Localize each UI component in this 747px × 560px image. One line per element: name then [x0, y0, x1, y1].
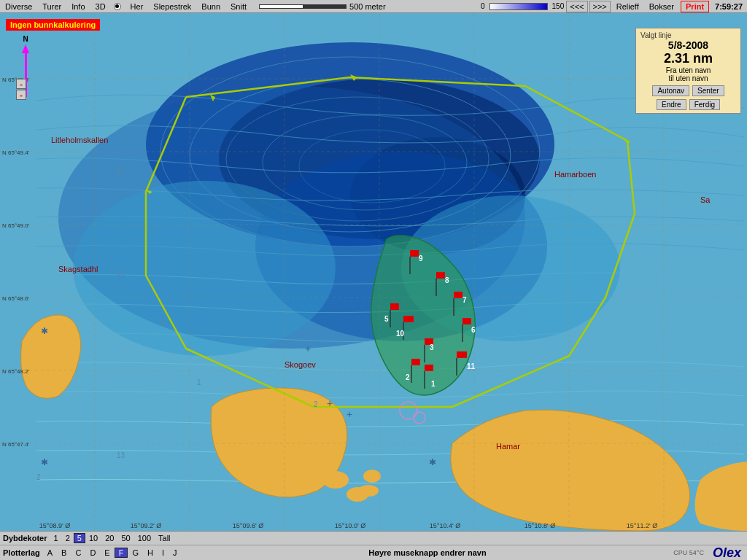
menu-bunn[interactable]: Bunn [196, 1, 225, 12]
svg-text:11: 11 [117, 269, 125, 277]
svg-text:N 65°47.4': N 65°47.4' [2, 441, 30, 448]
radio-button[interactable] [114, 3, 121, 10]
menu-3d[interactable]: 3D [90, 1, 111, 12]
plot-i[interactable]: I [158, 548, 169, 558]
svg-text:N 65°49.4': N 65°49.4' [2, 149, 30, 156]
info-from: Fra uten navn [640, 66, 736, 74]
svg-text:1: 1 [197, 378, 201, 386]
plot-d[interactable]: D [85, 548, 100, 558]
radio-group [111, 3, 125, 10]
zoom-minus-top[interactable]: - [16, 79, 26, 89]
svg-text:15°09.6' Ø: 15°09.6' Ø [233, 522, 263, 529]
plot-h[interactable]: H [143, 548, 158, 558]
svg-rect-68 [410, 250, 419, 257]
svg-rect-80 [403, 316, 414, 322]
svg-text:15°10.4' Ø: 15°10.4' Ø [430, 522, 460, 529]
scale-bar: 500 meter [252, 2, 479, 11]
menu-slepestrek[interactable]: Slepestrek [148, 1, 196, 12]
nav-left-btn[interactable]: <<< [566, 1, 587, 12]
svg-text:11: 11 [467, 362, 476, 370]
svg-rect-89 [411, 359, 420, 365]
depth-20[interactable]: 20 [101, 533, 117, 543]
top-menu-bar: Diverse Turer Info 3D Her Slepestrek Bun… [0, 0, 747, 13]
depth-row: Dybdekoter 1 2 5 10 20 50 100 Tall [0, 532, 747, 545]
depth-bar [489, 3, 548, 10]
olex-logo: Olex [710, 545, 744, 561]
svg-text:7: 7 [462, 296, 467, 304]
menu-bokser[interactable]: Bokser [644, 1, 679, 12]
svg-text:8: 8 [445, 276, 449, 284]
svg-text:+: + [347, 408, 352, 420]
svg-text:1: 1 [431, 380, 436, 388]
depth-1[interactable]: 1 [50, 533, 62, 543]
svg-text:Sa: Sa [700, 195, 711, 204]
autonav-button[interactable]: Autonav [652, 85, 689, 96]
svg-text:N 65°49.0': N 65°49.0' [2, 222, 30, 229]
nav-right-btn[interactable]: >>> [589, 1, 611, 12]
svg-text:15°10.8' Ø: 15°10.8' Ø [525, 522, 555, 529]
depth-min: 0 [479, 2, 487, 10]
svg-text:Hamarboen: Hamarboen [554, 170, 596, 179]
menu-diverse[interactable]: Diverse [0, 1, 37, 12]
depth-gradient [489, 3, 548, 10]
svg-rect-77 [390, 303, 399, 310]
plot-a[interactable]: A [43, 548, 57, 558]
plot-e[interactable]: E [100, 548, 114, 558]
ferdig-button[interactable]: Ferdig [689, 99, 720, 110]
info-date: 5/8-2008 [640, 39, 736, 51]
depth-10[interactable]: 10 [85, 533, 101, 543]
svg-text:15°09.2' Ø: 15°09.2' Ø [131, 522, 161, 529]
svg-text:2: 2 [314, 400, 318, 408]
depth-tall[interactable]: Tall [155, 533, 174, 543]
svg-text:Litleholmskallen: Litleholmskallen [51, 136, 108, 144]
menu-snitt[interactable]: Snitt [225, 1, 252, 12]
depth-50[interactable]: 50 [117, 533, 133, 543]
plot-f[interactable]: F [115, 548, 128, 558]
menu-her[interactable]: Her [125, 1, 149, 12]
svg-text:+: + [305, 343, 311, 354]
svg-text:20: 20 [117, 167, 125, 175]
plot-g[interactable]: G [128, 548, 143, 558]
scale-line [259, 4, 347, 9]
senter-button[interactable]: Senter [692, 85, 724, 96]
svg-text:6: 6 [471, 326, 476, 334]
svg-text:2: 2 [406, 373, 410, 381]
svg-text:15°10.0' Ø: 15°10.0' Ø [335, 522, 365, 529]
plot-c[interactable]: C [71, 548, 85, 558]
plot-j[interactable]: J [169, 548, 182, 558]
svg-text:Hamar: Hamar [496, 442, 520, 451]
endre-button[interactable]: Endre [657, 99, 686, 110]
svg-text:Skogoev: Skogoev [285, 360, 316, 369]
svg-text:✱: ✱ [41, 326, 48, 336]
svg-text:5: 5 [384, 315, 389, 323]
depth-2[interactable]: 2 [62, 533, 74, 543]
menu-info[interactable]: Info [66, 1, 90, 12]
svg-text:15°08.9' Ø: 15°08.9' Ø [39, 522, 70, 529]
svg-text:N 65°48.2': N 65°48.2' [2, 368, 30, 375]
plot-b[interactable]: B [57, 548, 71, 558]
info-distance: 2.31 nm [640, 51, 736, 66]
menu-relieff[interactable]: Relieff [611, 1, 644, 12]
dybdekoter-label: Dybdekoter [3, 534, 47, 542]
info-panel: Valgt linje 5/8-2008 2.31 nm Fra uten na… [635, 28, 741, 114]
svg-rect-74 [454, 292, 462, 298]
print-button[interactable]: Print [681, 1, 709, 12]
depth-5[interactable]: 5 [74, 533, 85, 543]
svg-rect-95 [457, 351, 467, 358]
svg-rect-92 [425, 365, 433, 371]
svg-point-16 [358, 485, 379, 497]
svg-text:N 65°48.6': N 65°48.6' [2, 295, 30, 302]
plot-row: Plotterlag A B C D E F G H I J Høyre mus… [0, 545, 747, 560]
zoom-minus-bottom[interactable]: - [16, 90, 26, 100]
plotterlag-label: Plotterlag [3, 548, 40, 557]
map-area[interactable]: 20 11 6 1 2 13 2 + + + ✱ ✱ ✱ 15°08.9' Ø … [0, 13, 747, 531]
svg-text:2: 2 [36, 473, 41, 481]
svg-rect-71 [436, 272, 445, 279]
svg-point-6 [73, 181, 336, 356]
info-to: til uten navn [640, 74, 736, 82]
depth-100[interactable]: 100 [134, 533, 155, 543]
svg-rect-83 [462, 318, 471, 324]
svg-text:✱: ✱ [41, 457, 48, 467]
svg-point-15 [363, 470, 381, 483]
menu-turer[interactable]: Turer [37, 1, 66, 12]
